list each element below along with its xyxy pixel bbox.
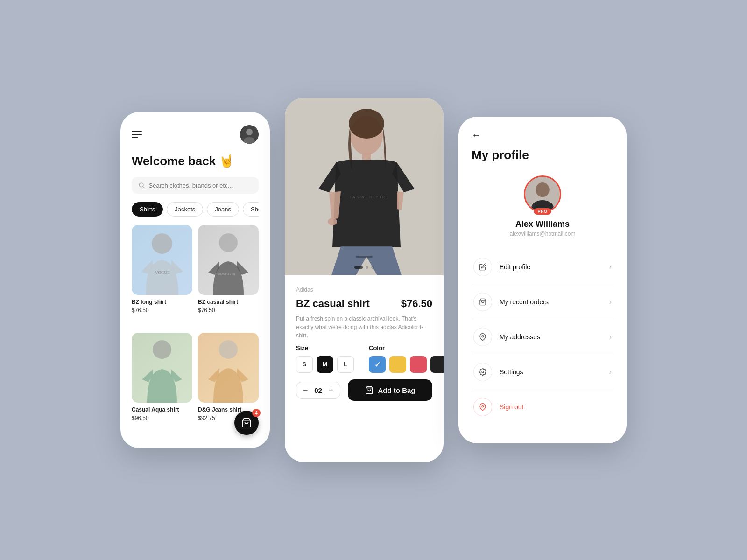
svg-point-24 bbox=[482, 371, 484, 373]
size-l[interactable]: L bbox=[337, 356, 354, 373]
signout-icon bbox=[473, 398, 492, 416]
product-card[interactable]: IANWEH YIRL BZ casual shirt $76.50 bbox=[198, 225, 259, 327]
svg-point-1 bbox=[246, 129, 253, 135]
cat-jeans[interactable]: Jeans bbox=[207, 202, 239, 217]
qty-add-row: − 02 + Add to Bag bbox=[296, 379, 432, 401]
product-card[interactable]: Casual Aqua shirt $96.50 bbox=[132, 333, 192, 435]
recent-orders-icon bbox=[473, 293, 492, 311]
cat-shoes[interactable]: Shoes bbox=[243, 202, 259, 217]
back-button[interactable]: ← bbox=[472, 130, 613, 140]
menu-item-signout[interactable]: Sign out bbox=[472, 390, 613, 424]
svg-point-14 bbox=[349, 109, 384, 139]
svg-point-5 bbox=[152, 233, 172, 254]
menu-item-recent-orders[interactable]: My recent orders › bbox=[472, 285, 613, 319]
product-image bbox=[132, 333, 192, 403]
svg-point-3 bbox=[139, 183, 143, 187]
qty-decrease-button[interactable]: − bbox=[303, 386, 308, 394]
size-s[interactable]: S bbox=[296, 356, 313, 373]
quantity-control: − 02 + bbox=[296, 382, 340, 399]
size-section: Size S M L bbox=[296, 344, 354, 373]
color-red[interactable] bbox=[410, 356, 427, 373]
qty-increase-button[interactable]: + bbox=[329, 386, 334, 394]
product-name: BZ long shirt bbox=[132, 299, 192, 305]
category-tabs: Shirts Jackets Jeans Shoes bbox=[132, 202, 259, 217]
cart-badge: 4 bbox=[252, 409, 261, 417]
menu-item-edit-profile[interactable]: Edit profile › bbox=[472, 250, 613, 284]
svg-line-4 bbox=[143, 187, 144, 188]
svg-point-25 bbox=[482, 406, 484, 407]
menu-label-settings: Settings bbox=[500, 368, 602, 376]
menu-item-settings[interactable]: Settings › bbox=[472, 355, 613, 389]
product-title-row: BZ casual shirt $76.50 bbox=[296, 298, 432, 310]
color-label: Color bbox=[369, 344, 444, 351]
menu-label-recent-orders: My recent orders bbox=[500, 298, 602, 306]
product-name: BZ casual shirt bbox=[198, 299, 259, 305]
product-name: Casual Aqua shirt bbox=[132, 406, 192, 413]
quantity-value: 02 bbox=[314, 386, 323, 394]
cart-fab[interactable]: 4 bbox=[234, 411, 259, 435]
product-image bbox=[198, 333, 259, 403]
cat-jackets[interactable]: Jackets bbox=[167, 202, 203, 217]
product-card[interactable]: VOGUE BZ long shirt $76.50 bbox=[132, 225, 192, 327]
svg-text:VOGUE: VOGUE bbox=[155, 270, 170, 275]
chevron-right-icon: › bbox=[609, 368, 612, 376]
size-color-section: Size S M L Color bbox=[296, 344, 432, 373]
product-image: VOGUE bbox=[132, 225, 192, 295]
color-blue[interactable] bbox=[369, 356, 386, 373]
signout-label: Sign out bbox=[500, 403, 612, 411]
cat-shirts[interactable]: Shirts bbox=[132, 202, 163, 217]
dot-2 bbox=[366, 266, 368, 269]
drag-handle bbox=[356, 256, 373, 258]
color-black[interactable] bbox=[430, 356, 444, 373]
add-to-bag-button[interactable]: Add to Bag bbox=[348, 379, 432, 401]
chevron-right-icon: › bbox=[609, 298, 612, 306]
size-options: S M L bbox=[296, 356, 354, 373]
profile-avatar-section: PRO Alex Williams alexwilliams@hotmail.c… bbox=[472, 175, 613, 237]
product-price: $76.50 bbox=[132, 307, 192, 314]
page-title: My profile bbox=[472, 148, 613, 162]
product-price: $96.50 bbox=[132, 415, 192, 421]
settings-icon bbox=[473, 363, 492, 381]
product-hero-image: ← IANWEH YIRL bbox=[285, 98, 444, 275]
welcome-text: Welcome back 🤘 bbox=[132, 154, 259, 168]
svg-text:IANWEH YIRL: IANWEH YIRL bbox=[218, 273, 236, 276]
add-to-bag-label: Add to Bag bbox=[378, 386, 416, 394]
color-options bbox=[369, 356, 444, 373]
product-price: $76.50 bbox=[198, 307, 259, 314]
chevron-right-icon: › bbox=[609, 333, 612, 341]
profile-menu-list: Edit profile › My recent orders › bbox=[472, 250, 613, 430]
addresses-icon bbox=[473, 328, 492, 346]
home-header bbox=[132, 125, 259, 144]
svg-text:IANWEH YIRL: IANWEH YIRL bbox=[350, 195, 390, 199]
menu-label-edit-profile: Edit profile bbox=[500, 263, 602, 271]
brand-label: Adidas bbox=[296, 287, 432, 293]
dot-1 bbox=[354, 266, 363, 269]
svg-point-17 bbox=[328, 218, 337, 225]
menu-icon[interactable] bbox=[132, 131, 142, 138]
svg-point-23 bbox=[482, 336, 484, 337]
profile-avatar bbox=[524, 175, 561, 213]
product-price: $76.50 bbox=[401, 298, 432, 310]
pro-badge: PRO bbox=[534, 208, 551, 215]
menu-item-addresses[interactable]: My addresses › bbox=[472, 320, 613, 354]
search-icon bbox=[138, 182, 145, 189]
svg-point-10 bbox=[219, 340, 238, 359]
avatar[interactable] bbox=[240, 125, 259, 144]
products-grid: VOGUE BZ long shirt $76.50 IANWEH YIRL bbox=[132, 225, 259, 435]
size-label: Size bbox=[296, 344, 354, 351]
bag-icon bbox=[365, 386, 374, 394]
screen-product-detail: ← IANWEH YIRL bbox=[285, 98, 444, 462]
search-input[interactable] bbox=[149, 182, 252, 189]
dot-3 bbox=[371, 266, 374, 269]
edit-profile-icon bbox=[473, 258, 492, 276]
product-title: BZ casual shirt bbox=[296, 298, 370, 310]
color-yellow[interactable] bbox=[389, 356, 406, 373]
product-image: IANWEH YIRL bbox=[198, 225, 259, 295]
svg-point-20 bbox=[536, 182, 550, 197]
search-bar[interactable] bbox=[132, 177, 259, 194]
menu-label-addresses: My addresses bbox=[500, 333, 602, 341]
color-section: Color bbox=[369, 344, 444, 373]
size-m[interactable]: M bbox=[317, 356, 333, 373]
svg-point-7 bbox=[219, 233, 238, 252]
product-description: Put a fresh spin on a classic archival l… bbox=[296, 315, 432, 340]
